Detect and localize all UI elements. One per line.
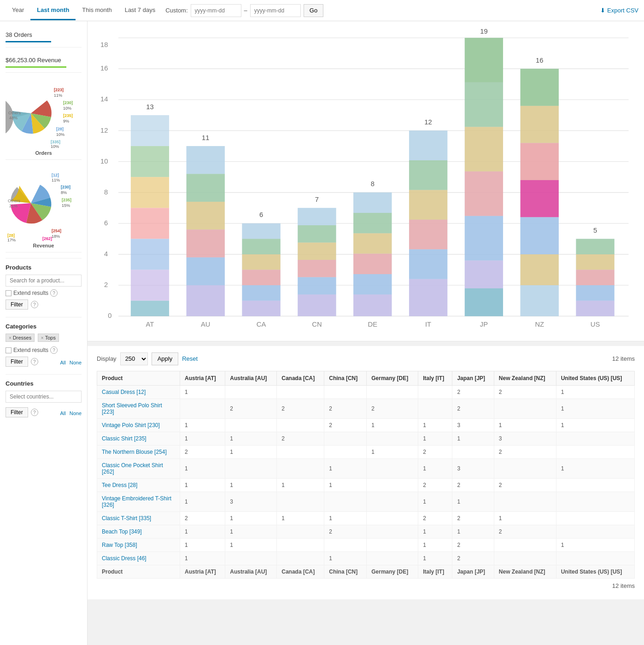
svg-text:9%: 9% [63, 119, 69, 123]
th-cn: China [CN] [324, 371, 367, 385]
product-search-input[interactable] [6, 275, 82, 287]
cell-de [367, 478, 418, 492]
svg-text:11: 11 [202, 134, 209, 141]
extend2-checkbox[interactable] [6, 347, 12, 353]
product-link[interactable]: Vintage Embroidered T-Shirt [326] [102, 495, 171, 508]
bar-chart: 0 2 4 6 8 10 12 14 16 18 [97, 29, 635, 332]
product-link[interactable]: Casual Dress [12] [102, 389, 146, 395]
table-row: Vintage Embroidered T-Shirt [326]1311 [97, 492, 635, 511]
revenue-pie-chart: [12] 11% [230] 8% [235] 15% [28] 17% [25… [6, 165, 84, 241]
extend-checkbox[interactable] [6, 290, 12, 296]
export-csv-button[interactable]: ⬇ Export CSV [600, 7, 638, 14]
svg-rect-93 [409, 131, 447, 160]
cell-cn: 1 [324, 458, 367, 478]
categories-filter-button[interactable]: Filter [6, 357, 28, 367]
product-link[interactable]: Beach Top [349] [102, 528, 142, 535]
table-row: Raw Top [358]11121 [97, 538, 635, 551]
svg-text:AU: AU [201, 321, 211, 328]
svg-text:US: US [591, 321, 600, 328]
cell-us: 1 [556, 418, 634, 432]
table-row: Beach Top [349]112112 [97, 525, 635, 538]
product-link[interactable]: Classic One Pocket Shirt [262] [102, 462, 163, 475]
tab-last-7-days[interactable]: Last 7 days [118, 1, 162, 20]
countries-all-link[interactable]: All [60, 410, 65, 416]
svg-rect-113 [521, 106, 559, 143]
th-au: Australia [AU] [225, 371, 277, 385]
svg-text:8: 8 [371, 180, 375, 188]
cell-de [367, 432, 418, 445]
svg-text:11%: 11% [52, 178, 60, 182]
svg-text:8%: 8% [61, 190, 67, 195]
table-row: Tee Dress [28]1111222 [97, 478, 635, 492]
extend-label: Extend results [13, 290, 48, 296]
svg-text:Others: Others [8, 111, 21, 115]
tag-dresses[interactable]: × Dresses [6, 334, 35, 342]
svg-rect-67 [242, 239, 280, 254]
countries-help-icon[interactable]: ? [31, 409, 38, 416]
custom-from-input[interactable] [191, 4, 241, 17]
countries-section: Countries Filter ? All None [6, 374, 82, 417]
tab-last-month[interactable]: Last month [30, 1, 76, 20]
svg-rect-86 [353, 233, 392, 253]
th-de: Germany [DE] [367, 371, 418, 385]
categories-help-icon[interactable]: ? [31, 358, 38, 365]
tab-year[interactable]: Year [6, 1, 30, 20]
product-link[interactable]: Raw Top [358] [102, 542, 137, 548]
tab-this-month[interactable]: This month [76, 1, 118, 20]
svg-text:5: 5 [593, 227, 597, 234]
th-nz: New Zealand [NZ] [494, 371, 556, 385]
export-label: Export CSV [607, 7, 638, 14]
cell-de: 1 [367, 445, 418, 458]
cell-ca [277, 525, 324, 538]
go-button[interactable]: Go [304, 4, 323, 17]
table-row: Classic T-Shirt [335]2111221 [97, 511, 635, 525]
orders-stat: 38 Orders [6, 27, 82, 47]
product-link[interactable]: Classic Dress [46] [102, 555, 146, 562]
product-link[interactable]: Tee Dress [28] [102, 482, 137, 488]
cell-it: 1 [418, 458, 452, 478]
svg-text:[28]: [28] [7, 233, 15, 238]
all-none-row: All None [60, 360, 82, 365]
cell-us [556, 478, 634, 492]
svg-rect-115 [521, 180, 559, 217]
reset-link[interactable]: Reset [182, 355, 198, 362]
countries-filter-button[interactable]: Filter [6, 407, 28, 417]
svg-text:[223]: [223] [54, 88, 64, 92]
revenue-pie-label: Revenue [6, 243, 82, 248]
cell-cn: 2 [324, 418, 367, 432]
apply-button[interactable]: Apply [152, 352, 179, 365]
all-link[interactable]: All [60, 360, 65, 365]
countries-input[interactable] [6, 391, 82, 403]
countries-filter-row: Filter ? All None [6, 407, 82, 417]
cell-at: 1 [180, 458, 225, 478]
cell-nz: 1 [494, 418, 556, 432]
countries-none-link[interactable]: None [70, 410, 82, 416]
svg-rect-116 [521, 217, 559, 254]
none-link[interactable]: None [70, 360, 82, 365]
product-link[interactable]: Classic Shirt [235] [102, 435, 146, 442]
cell-au [225, 551, 277, 565]
tag-tops[interactable]: × Tops [38, 334, 59, 342]
product-link[interactable]: Vintage Polo Shirt [230] [102, 422, 160, 428]
svg-text:CA: CA [257, 321, 266, 328]
products-filter-button[interactable]: Filter [6, 299, 28, 310]
svg-rect-76 [298, 225, 336, 243]
extend-help-icon[interactable]: ? [50, 289, 58, 297]
svg-text:12: 12 [424, 118, 432, 126]
cell-de [367, 458, 418, 478]
cell-it: 1 [418, 525, 452, 538]
svg-text:Others: Others [8, 199, 21, 203]
extend2-help-icon[interactable]: ? [50, 346, 58, 354]
custom-to-input[interactable] [250, 4, 301, 17]
cell-ca: 1 [277, 478, 324, 492]
product-link[interactable]: Classic T-Shirt [335] [102, 515, 151, 522]
product-link[interactable]: Short Sleeved Polo Shirt [223] [102, 402, 162, 415]
th-it: Italy [IT] [418, 371, 452, 385]
svg-text:10%: 10% [63, 106, 71, 111]
display-select[interactable]: 250 50 100 [120, 352, 148, 365]
products-help-icon[interactable]: ? [31, 301, 38, 308]
cell-it [418, 385, 452, 399]
product-link[interactable]: The Northern Blouse [254] [102, 449, 167, 455]
svg-rect-59 [187, 202, 225, 229]
orders-pie-section: [223] 11% [230] 10% [235] 9% [28] 10% [3… [6, 77, 82, 160]
